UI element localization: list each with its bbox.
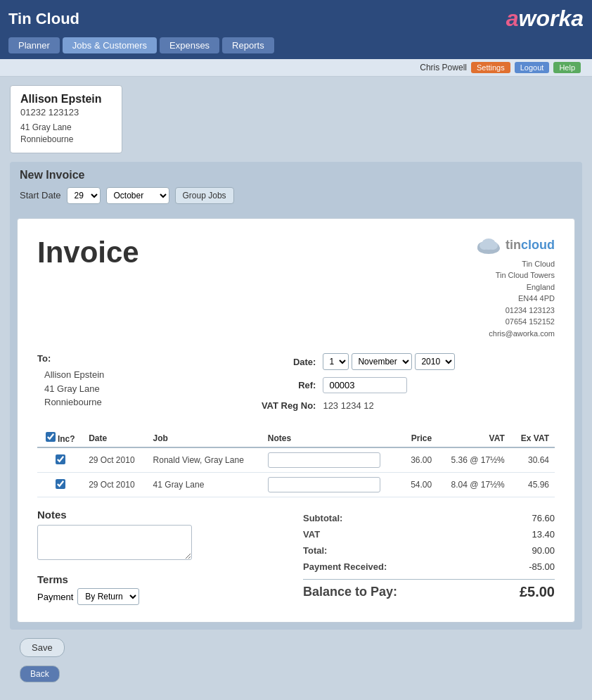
tab-expenses[interactable]: Expenses [160, 37, 219, 53]
company-name: Tin Cloud [475, 258, 555, 270]
invoice-fields: Date: 123 NovemberOctoberDecember 201020… [252, 353, 555, 418]
payment-received-value: -85.00 [529, 561, 555, 572]
notes-heading: Notes [37, 509, 289, 521]
subtotal-label: Subtotal: [303, 513, 342, 523]
invoice-date-year-select[interactable]: 20102011 [415, 353, 455, 370]
to-address: Allison Epstein 41 Gray Lane Ronniebourn… [37, 368, 238, 409]
row1-vat: 5.36 @ 17½% [437, 447, 510, 473]
row1-price: 36.00 [401, 447, 437, 473]
vat-total-value: 13.40 [532, 529, 555, 540]
header-job: Job [148, 429, 262, 447]
start-date-label: Start Date [20, 190, 61, 201]
header-notes: Notes [262, 429, 401, 447]
header: Tin Cloud aworka [0, 0, 592, 37]
customer-address: 41 Gray Lane Ronniebourne [20, 122, 112, 146]
tab-planner[interactable]: Planner [8, 37, 60, 53]
date-field-row: Date: 123 NovemberOctoberDecember 201020… [252, 353, 555, 370]
row1-notes-cell [262, 447, 401, 473]
payment-received-row: Payment Received: -85.00 [303, 560, 555, 573]
payment-select[interactable]: By Return 30 Days [77, 588, 139, 605]
company-address1: Tin Cloud Towers [475, 269, 555, 281]
row2-checkbox[interactable] [56, 479, 65, 489]
invoice-wrapper: Invoice tincloud [10, 211, 582, 630]
company-address2: England [475, 281, 555, 293]
invoice-date-month-select[interactable]: NovemberOctoberDecember [352, 353, 412, 370]
tab-jobs-customers[interactable]: Jobs & Customers [63, 37, 157, 53]
invoice-date-day-select[interactable]: 123 [323, 353, 349, 370]
vat-reg-value: 123 1234 12 [323, 400, 373, 411]
main-content: Allison Epstein 01232 123123 41 Gray Lan… [0, 77, 592, 699]
ref-label: Ref: [252, 380, 316, 390]
start-date-row: Start Date 29 October November December … [20, 187, 572, 204]
payment-row: Payment By Return 30 Days [37, 588, 289, 605]
svg-point-4 [480, 241, 489, 250]
vat-row: VAT 13.40 [303, 528, 555, 541]
total-label: Total: [303, 545, 327, 556]
table-row: 29 Oct 2010 41 Gray Lane 54.00 8.04 @ 17… [37, 473, 555, 497]
username: Chris Powell [420, 63, 467, 72]
help-button[interactable]: Help [553, 62, 581, 73]
row2-notes-input[interactable] [268, 477, 380, 492]
back-button[interactable]: Back [20, 666, 60, 682]
row2-job: 41 Gray Lane [148, 473, 262, 497]
invoice-body: To: Allison Epstein 41 Gray Lane Ronnieb… [37, 353, 555, 418]
row1-checkbox[interactable] [56, 454, 65, 464]
row1-notes-input[interactable] [268, 452, 380, 468]
vat-reg-row: VAT Reg No: 123 1234 12 [252, 400, 555, 411]
invoice-to-section: To: Allison Epstein 41 Gray Lane Ronnieb… [37, 353, 238, 418]
tincloud-logo: tincloud [475, 236, 555, 255]
customer-card: Allison Epstein 01232 123123 41 Gray Lan… [10, 85, 122, 153]
row2-vat: 8.04 @ 17½% [437, 473, 510, 497]
vat-total-label: VAT [303, 529, 320, 540]
invoice-bottom: Notes Terms Payment By Return 30 Days [37, 509, 555, 605]
row2-checkbox-cell [37, 473, 83, 497]
header-price: Price [401, 429, 437, 447]
svg-point-5 [488, 241, 498, 250]
header-date: Date [83, 429, 147, 447]
date-selects: 123 NovemberOctoberDecember 20102011 [323, 353, 455, 370]
ref-input[interactable] [323, 377, 407, 393]
start-date-day-select[interactable]: 29 [67, 187, 101, 204]
line-items-table: Inc? Date Job Notes Price VAT Ex VAT [37, 429, 555, 497]
select-all-checkbox[interactable] [46, 432, 56, 442]
row1-date: 29 Oct 2010 [83, 447, 147, 473]
subtotal-row: Subtotal: 76.60 [303, 511, 555, 525]
customer-address-line2: Ronniebourne [20, 134, 112, 146]
row1-job: Ronald View, Gray Lane [148, 447, 262, 473]
row2-price: 54.00 [401, 473, 437, 497]
total-row: Total: 90.00 [303, 544, 555, 557]
back-bar: Back [10, 666, 582, 691]
invoice-logo-area: tincloud Tin Cloud Tin Cloud Towers Engl… [475, 236, 555, 340]
company-phone2: 07654 152152 [475, 316, 555, 328]
subtotal-value: 76.60 [532, 513, 555, 523]
customer-address-line1: 41 Gray Lane [20, 122, 112, 134]
new-invoice-title: New Invoice [20, 169, 572, 182]
company-phone1: 01234 123123 [475, 305, 555, 317]
invoice-document: Invoice tincloud [17, 218, 575, 623]
header-inc: Inc? [37, 429, 83, 447]
to-label: To: [37, 353, 238, 364]
row2-notes-cell [262, 473, 401, 497]
table-row: 29 Oct 2010 Ronald View, Gray Lane 36.00… [37, 447, 555, 473]
user-bar: Chris Powell Settings Logout Help [0, 59, 592, 77]
settings-button[interactable]: Settings [471, 62, 510, 73]
invoice-title: Invoice [37, 236, 139, 269]
company-info: Tin Cloud Tin Cloud Towers England EN44 … [475, 258, 555, 340]
group-jobs-button[interactable]: Group Jobs [175, 187, 234, 204]
balance-label: Balance to Pay: [303, 585, 397, 599]
terms-section: Terms Payment By Return 30 Days [37, 573, 289, 605]
notes-section: Notes Terms Payment By Return 30 Days [37, 509, 289, 605]
notes-textarea[interactable] [37, 525, 192, 560]
start-date-month-select[interactable]: October November December [106, 187, 169, 204]
row2-exvat: 45.96 [510, 473, 555, 497]
company-postcode: EN44 4PD [475, 293, 555, 305]
payment-label: Payment [37, 592, 73, 602]
totals-section: Subtotal: 76.60 VAT 13.40 Total: 90.00 P… [303, 511, 555, 605]
tab-reports[interactable]: Reports [222, 37, 274, 53]
row1-exvat: 30.64 [510, 447, 555, 473]
action-bar: Save [10, 630, 582, 666]
balance-row: Balance to Pay: £5.00 [303, 579, 555, 602]
save-button[interactable]: Save [20, 638, 65, 657]
customer-name: Allison Epstein [20, 93, 112, 106]
logout-button[interactable]: Logout [515, 62, 550, 73]
